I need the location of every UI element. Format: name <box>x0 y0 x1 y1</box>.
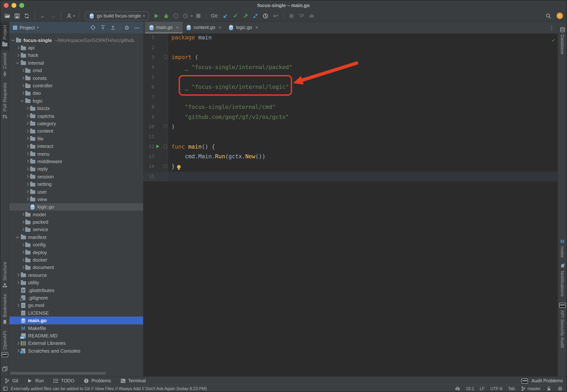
code-line-5[interactable]: 5 <box>143 72 558 82</box>
chevron-right-icon[interactable] <box>25 129 29 133</box>
chevron-right-icon[interactable] <box>25 152 29 156</box>
tree-item-category[interactable]: category <box>9 120 143 127</box>
chevron-right-icon[interactable] <box>25 114 29 118</box>
find-usages-icon[interactable] <box>298 12 306 20</box>
tree-item-readme.md[interactable]: README.MD <box>9 332 143 339</box>
stripe-button-project[interactable]: Project <box>0 22 9 50</box>
git-history-button[interactable] <box>262 12 270 20</box>
tab-main.go[interactable]: main.go× <box>145 22 182 33</box>
sync-icon[interactable] <box>23 12 31 20</box>
tree-item-license[interactable]: LICENSE <box>9 309 143 317</box>
chevron-right-icon[interactable] <box>20 258 25 262</box>
tree-item-internal[interactable]: internal <box>9 59 143 67</box>
chevron-right-icon[interactable] <box>20 76 25 80</box>
code-line-11[interactable]: 11 <box>143 132 558 142</box>
fold-marker-icon[interactable] <box>164 145 167 148</box>
chevron-right-icon[interactable] <box>15 303 20 308</box>
tree-item-controller[interactable]: controller <box>9 82 143 90</box>
stripe-button-structure[interactable]: Structure <box>0 259 9 292</box>
search-everywhere-icon[interactable] <box>544 12 552 20</box>
stripe-button-commit[interactable]: Commit <box>0 50 9 80</box>
line-separator[interactable]: LF <box>480 386 485 391</box>
user-icon[interactable] <box>65 12 73 20</box>
tree-item-utility[interactable]: utility <box>9 279 143 286</box>
chevron-right-icon[interactable] <box>15 53 20 57</box>
chevron-right-icon[interactable] <box>25 174 29 179</box>
open-icon[interactable] <box>3 12 12 20</box>
code-line-3[interactable]: 3import ( <box>143 53 558 62</box>
stripe-button-database[interactable]: Database <box>558 24 567 57</box>
chevron-right-icon[interactable] <box>25 167 29 171</box>
code-line-13[interactable]: 13 cmd.Main.Run(gctx.New()) <box>143 152 558 162</box>
tab-options-icon[interactable]: ⋮ <box>549 25 554 30</box>
stripe-button-openapi[interactable]: OpenAPI/API <box>0 328 9 360</box>
tree-item-packed[interactable]: packed <box>9 218 143 226</box>
chevron-right-icon[interactable] <box>25 190 29 194</box>
code-line-4[interactable]: 4 _ "focus-single/internal/packed" <box>143 62 558 72</box>
tree-item-middleware[interactable]: middleware <box>9 158 143 165</box>
tree-item-external-libraries[interactable]: External Libraries <box>9 339 143 347</box>
chevron-right-icon[interactable] <box>25 106 29 111</box>
audit-problems-button[interactable]: /APIAudit Problems <box>521 377 563 385</box>
back-icon[interactable]: ← <box>39 12 47 20</box>
tree-item-dao[interactable]: dao <box>9 89 143 97</box>
tool-window-button-todo[interactable]: TODO <box>53 378 74 384</box>
code-line-1[interactable]: 1package main <box>143 33 558 42</box>
chevron-right-icon[interactable] <box>20 84 25 88</box>
tool-window-button-problems[interactable]: Problems <box>83 378 111 384</box>
update-available-icon[interactable]: ↑ <box>555 12 564 20</box>
tree-item-setting[interactable]: setting <box>9 180 143 188</box>
git-rollback-button[interactable]: ↩ <box>272 12 280 20</box>
close-tab-icon[interactable]: × <box>255 25 258 30</box>
tree-item-user[interactable]: user <box>9 188 143 196</box>
project-panel-header[interactable]: Project ▾ ⚙— <box>9 22 143 33</box>
tree-item-resource[interactable]: resource <box>9 271 143 279</box>
horizontal-scrollbar[interactable] <box>10 372 106 375</box>
coverage-button[interactable] <box>172 12 180 20</box>
chevron-right-icon[interactable] <box>20 227 25 232</box>
git-merge-button[interactable] <box>251 12 260 20</box>
close-tab-icon[interactable]: × <box>176 25 179 30</box>
tab-content.go[interactable]: content.go× <box>182 22 225 33</box>
chevron-right-icon[interactable] <box>15 349 20 353</box>
stripe-button-pull-requests[interactable]: Pull Requests <box>0 80 9 122</box>
fold-marker-icon[interactable] <box>164 125 167 128</box>
tree-item-session[interactable]: session <box>9 173 143 180</box>
code-line-8[interactable]: 8 "focus-single/internal/cmd" <box>143 102 558 112</box>
ide-services-icon[interactable]: ? <box>455 386 460 391</box>
chevron-right-icon[interactable] <box>20 91 25 96</box>
tree-item-document[interactable]: document <box>9 264 143 271</box>
tree-item-.gitattributes[interactable]: .gitattributes <box>9 286 143 294</box>
chevron-right-icon[interactable] <box>25 197 29 202</box>
chevron-right-icon[interactable] <box>20 68 25 73</box>
chevron-right-icon[interactable] <box>20 212 25 217</box>
code-line-14[interactable]: 14} <box>143 162 558 171</box>
close-tab-icon[interactable]: × <box>219 25 221 30</box>
tree-item-cmd[interactable]: cmd <box>9 67 143 74</box>
tree-item-model[interactable]: model <box>9 211 143 218</box>
chevron-right-icon[interactable] <box>25 159 29 164</box>
tree-item-makefile[interactable]: MMakefile <box>9 324 143 332</box>
locate-file-icon[interactable] <box>90 24 96 31</box>
chevron-down-icon[interactable]: ▾ <box>37 26 39 29</box>
tree-item-content[interactable]: content <box>9 127 143 135</box>
run-main-icon[interactable] <box>156 144 160 148</box>
tree-item-deploy[interactable]: deploy <box>9 249 143 256</box>
tool-window-toggle-icon[interactable] <box>3 386 8 391</box>
chevron-right-icon[interactable] <box>20 220 25 224</box>
tree-item-reply[interactable]: reply <box>9 165 143 173</box>
tool-windows-icon[interactable] <box>0 365 9 373</box>
chevron-down-icon[interactable] <box>15 235 20 239</box>
tree-item-menu[interactable]: menu <box>9 150 143 158</box>
tree-item-bizctx[interactable]: bizctx <box>9 105 143 112</box>
chevron-right-icon[interactable] <box>15 45 20 50</box>
tree-item-logic[interactable]: logic <box>9 97 143 105</box>
chevron-right-icon[interactable] <box>25 121 29 126</box>
code-line-10[interactable]: 10) <box>143 122 558 132</box>
code-line-9[interactable]: 9 "github.com/gogf/gf/v2/os/gctx" <box>143 112 558 122</box>
chevron-down-icon[interactable] <box>11 38 15 42</box>
status-message[interactable]: Externally added files can be added to G… <box>11 386 207 391</box>
stripe-button-make[interactable]: Mmake <box>558 235 567 260</box>
fold-marker-icon[interactable] <box>164 56 167 59</box>
code-line-15[interactable]: 15 <box>143 171 558 181</box>
